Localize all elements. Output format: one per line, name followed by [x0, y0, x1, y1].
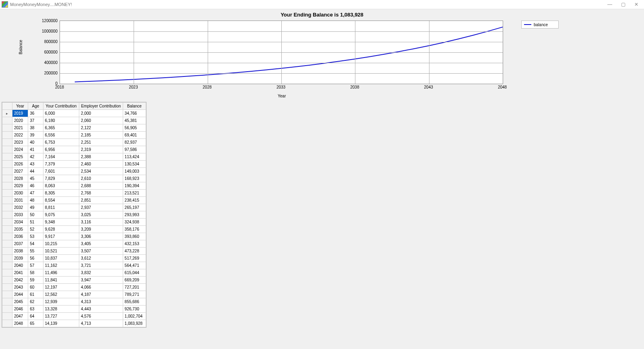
- row-header[interactable]: [2, 175, 12, 182]
- row-header[interactable]: [2, 298, 12, 306]
- cell-age[interactable]: 46: [28, 182, 43, 190]
- cell-year[interactable]: 2048: [12, 320, 28, 327]
- table-row[interactable]: 20385510,5213,507473,228: [2, 248, 146, 255]
- cell-your-contribution[interactable]: 8,554: [43, 197, 79, 204]
- cell-balance[interactable]: 432,153: [123, 240, 146, 248]
- cell-year[interactable]: 2047: [12, 313, 28, 320]
- grid-header-balance[interactable]: Balance: [123, 103, 146, 110]
- table-row[interactable]: 2023406,7532,25182,937: [2, 139, 146, 146]
- cell-employer-contribution[interactable]: 2,768: [79, 190, 123, 197]
- close-button[interactable]: ✕: [634, 2, 638, 7]
- row-header[interactable]: [2, 277, 12, 284]
- cell-balance[interactable]: 34,766: [123, 110, 146, 117]
- cell-year[interactable]: 2023: [12, 139, 28, 146]
- row-header[interactable]: [2, 269, 12, 277]
- cell-balance[interactable]: 324,938: [123, 219, 146, 226]
- cell-year[interactable]: 2035: [12, 226, 28, 233]
- table-row[interactable]: 2030478,3052,768213,521: [2, 190, 146, 197]
- cell-age[interactable]: 57: [28, 262, 43, 269]
- table-row[interactable]: 20395610,8373,612517,269: [2, 255, 146, 262]
- cell-age[interactable]: 50: [28, 211, 43, 219]
- cell-employer-contribution[interactable]: 2,122: [79, 124, 123, 132]
- table-row[interactable]: 2029468,0632,688190,394: [2, 182, 146, 190]
- cell-age[interactable]: 64: [28, 313, 43, 320]
- cell-employer-contribution[interactable]: 2,851: [79, 197, 123, 204]
- table-row[interactable]: 20436012,1974,066727,201: [2, 284, 146, 291]
- cell-balance[interactable]: 149,003: [123, 168, 146, 175]
- cell-your-contribution[interactable]: 6,000: [43, 110, 79, 117]
- row-header[interactable]: [2, 197, 12, 204]
- cell-employer-contribution[interactable]: 3,116: [79, 219, 123, 226]
- cell-employer-contribution[interactable]: 4,313: [79, 298, 123, 306]
- row-header[interactable]: [2, 226, 12, 233]
- cell-balance[interactable]: 1,083,928: [123, 320, 146, 327]
- table-row[interactable]: 20446112,5624,187789,271: [2, 291, 146, 298]
- cell-age[interactable]: 36: [28, 110, 43, 117]
- cell-your-contribution[interactable]: 10,521: [43, 248, 79, 255]
- cell-age[interactable]: 54: [28, 240, 43, 248]
- cell-year[interactable]: 2020: [12, 117, 28, 124]
- cell-balance[interactable]: 168,923: [123, 175, 146, 182]
- cell-balance[interactable]: 190,394: [123, 182, 146, 190]
- cell-employer-contribution[interactable]: 4,066: [79, 284, 123, 291]
- cell-year[interactable]: 2034: [12, 219, 28, 226]
- table-row[interactable]: 2028457,8292,610168,923: [2, 175, 146, 182]
- cell-year[interactable]: 2025: [12, 153, 28, 161]
- cell-balance[interactable]: 727,201: [123, 284, 146, 291]
- cell-age[interactable]: 63: [28, 306, 43, 313]
- cell-year[interactable]: 2046: [12, 306, 28, 313]
- table-row[interactable]: 2024416,9562,31997,586: [2, 146, 146, 153]
- cell-employer-contribution[interactable]: 2,534: [79, 168, 123, 175]
- table-row[interactable]: 2025427,1642,388113,424: [2, 153, 146, 161]
- chart-plot-area[interactable]: [60, 21, 503, 84]
- maximize-button[interactable]: ▢: [621, 2, 625, 7]
- cell-year[interactable]: 2030: [12, 190, 28, 197]
- grid-corner[interactable]: [2, 103, 12, 110]
- cell-age[interactable]: 40: [28, 139, 43, 146]
- row-header[interactable]: [2, 161, 12, 168]
- minimize-button[interactable]: ―: [607, 2, 612, 7]
- table-row[interactable]: ▸2019366,0002,00034,766: [2, 110, 146, 117]
- cell-your-contribution[interactable]: 13,727: [43, 313, 79, 320]
- row-header[interactable]: [2, 233, 12, 240]
- cell-employer-contribution[interactable]: 2,251: [79, 139, 123, 146]
- cell-year[interactable]: 2028: [12, 175, 28, 182]
- cell-your-contribution[interactable]: 6,180: [43, 117, 79, 124]
- cell-your-contribution[interactable]: 6,365: [43, 124, 79, 132]
- cell-year[interactable]: 2024: [12, 146, 28, 153]
- cell-employer-contribution[interactable]: 3,405: [79, 240, 123, 248]
- cell-your-contribution[interactable]: 11,496: [43, 269, 79, 277]
- cell-year[interactable]: 2040: [12, 262, 28, 269]
- table-row[interactable]: 2034519,3483,116324,938: [2, 219, 146, 226]
- row-header[interactable]: [2, 306, 12, 313]
- cell-employer-contribution[interactable]: 3,025: [79, 211, 123, 219]
- table-row[interactable]: 20425911,8413,947669,209: [2, 277, 146, 284]
- table-row[interactable]: 20466313,3284,443926,730: [2, 306, 146, 313]
- cell-employer-contribution[interactable]: 4,187: [79, 291, 123, 298]
- cell-year[interactable]: 2032: [12, 204, 28, 211]
- cell-balance[interactable]: 69,401: [123, 132, 146, 139]
- cell-employer-contribution[interactable]: 2,610: [79, 175, 123, 182]
- cell-employer-contribution[interactable]: 2,460: [79, 161, 123, 168]
- row-header[interactable]: [2, 190, 12, 197]
- cell-age[interactable]: 47: [28, 190, 43, 197]
- cell-your-contribution[interactable]: 9,917: [43, 233, 79, 240]
- row-header[interactable]: [2, 240, 12, 248]
- row-header[interactable]: [2, 132, 12, 139]
- cell-balance[interactable]: 855,686: [123, 298, 146, 306]
- cell-your-contribution[interactable]: 6,753: [43, 139, 79, 146]
- row-header[interactable]: [2, 284, 12, 291]
- cell-year[interactable]: 2036: [12, 233, 28, 240]
- cell-balance[interactable]: 564,471: [123, 262, 146, 269]
- table-row[interactable]: 2031488,5542,851238,415: [2, 197, 146, 204]
- table-row[interactable]: 2032498,8112,937265,197: [2, 204, 146, 211]
- cell-year[interactable]: 2019: [12, 110, 28, 117]
- cell-year[interactable]: 2027: [12, 168, 28, 175]
- cell-employer-contribution[interactable]: 4,576: [79, 313, 123, 320]
- cell-your-contribution[interactable]: 13,328: [43, 306, 79, 313]
- cell-employer-contribution[interactable]: 2,388: [79, 153, 123, 161]
- table-row[interactable]: 2035529,6283,209358,176: [2, 226, 146, 233]
- cell-your-contribution[interactable]: 11,162: [43, 262, 79, 269]
- table-row[interactable]: 20476413,7274,5761,002,704: [2, 313, 146, 320]
- cell-employer-contribution[interactable]: 3,306: [79, 233, 123, 240]
